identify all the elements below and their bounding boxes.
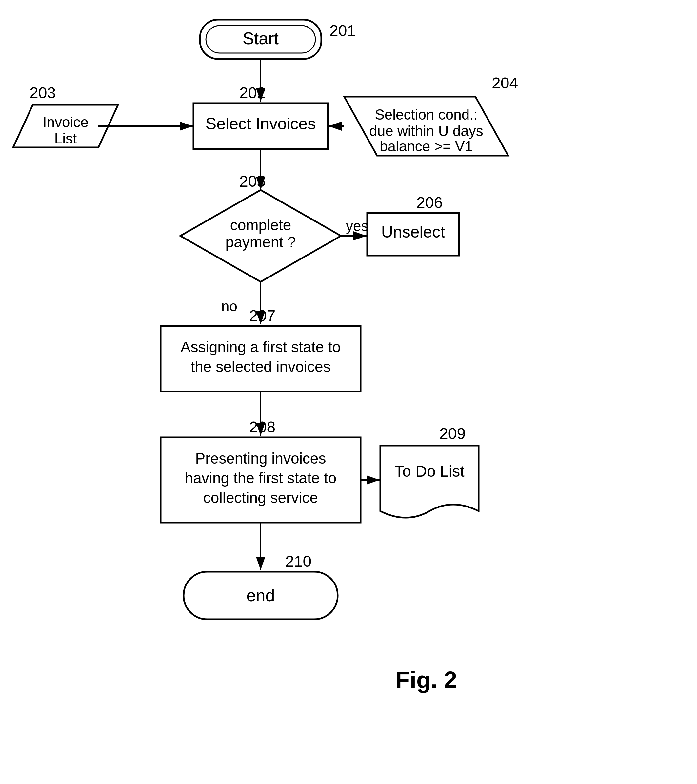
complete-payment-label2: payment ? [226, 234, 296, 250]
label-206: 206 [416, 194, 443, 211]
label-207: 207 [249, 307, 276, 324]
label-208: 208 [249, 418, 276, 436]
presenting-label3: collecting service [203, 489, 318, 506]
presenting-label1: Presenting invoices [195, 450, 326, 467]
selection-cond-label1: Selection cond.: [375, 107, 477, 122]
select-invoices-label: Select Invoices [206, 115, 316, 133]
invoice-list-label2: List [55, 130, 77, 147]
label-209: 209 [439, 425, 466, 442]
start-label: Start [243, 29, 279, 48]
no-label: no [221, 298, 237, 314]
flowchart-svg: Start 201 Select Invoices 202 Invoice Li… [0, 0, 697, 784]
complete-payment-label1: complete [230, 217, 291, 234]
end-label: end [246, 586, 275, 605]
assign-state-label1: Assigning a first state to [181, 338, 340, 356]
fig-label: Fig. 2 [395, 667, 457, 693]
presenting-label2: having the first state to [185, 469, 337, 486]
label-203: 203 [30, 84, 56, 102]
invoice-list-label: Invoice [43, 114, 88, 130]
label-204: 204 [492, 74, 518, 92]
label-201: 201 [329, 22, 356, 39]
assign-state-label2: the selected invoices [190, 358, 330, 375]
selection-cond-label2: due within U days [369, 123, 483, 139]
label-205: 205 [239, 173, 266, 190]
label-202: 202 [239, 84, 266, 102]
selection-cond-label3: balance >= V1 [380, 138, 473, 154]
unselect-label: Unselect [381, 223, 445, 241]
to-do-list-label1: To Do List [395, 463, 464, 480]
diagram-container: Start 201 Select Invoices 202 Invoice Li… [0, 0, 697, 784]
label-210: 210 [285, 553, 311, 570]
yes-label: yes [346, 218, 368, 234]
